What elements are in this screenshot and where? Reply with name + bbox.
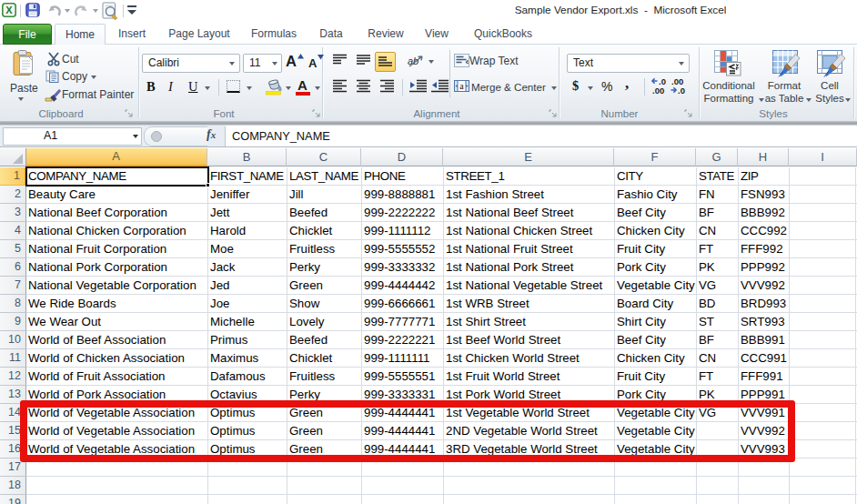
svg-text:a: a <box>459 81 464 91</box>
svg-text:X: X <box>5 5 13 15</box>
svg-text:.00: .00 <box>652 86 664 96</box>
svg-text:.0: .0 <box>678 86 685 96</box>
